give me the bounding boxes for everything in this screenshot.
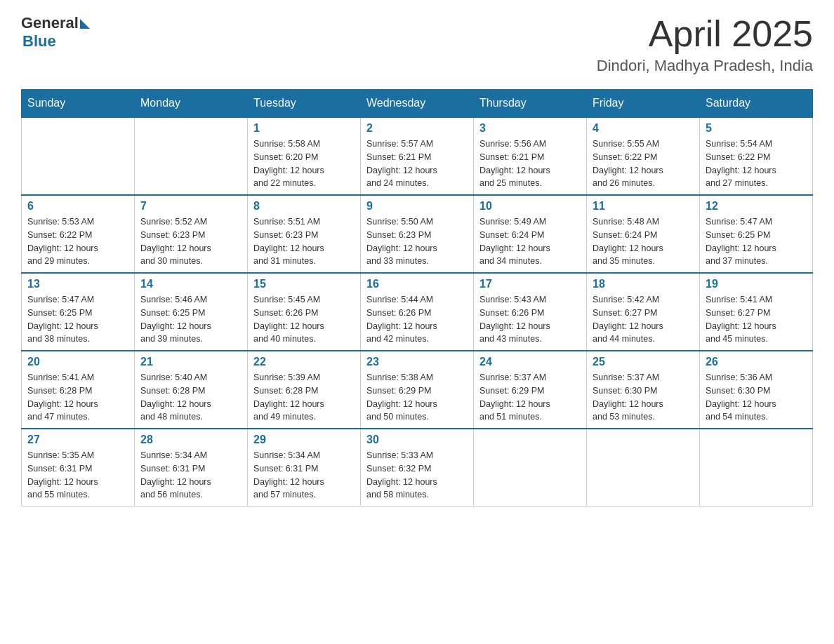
day-number: 30 [366,434,468,446]
day-info: Sunrise: 5:50 AM Sunset: 6:23 PM Dayligh… [366,215,468,268]
day-info: Sunrise: 5:34 AM Sunset: 6:31 PM Dayligh… [140,449,241,502]
day-info: Sunrise: 5:56 AM Sunset: 6:21 PM Dayligh… [479,137,581,190]
page-header: General Blue April 2025 Dindori, Madhya … [21,14,813,75]
title-section: April 2025 Dindori, Madhya Pradesh, Indi… [597,14,813,75]
weekday-header-sunday: Sunday [22,90,135,118]
logo-blue-text: Blue [22,32,56,50]
calendar-cell: 13Sunrise: 5:47 AM Sunset: 6:25 PM Dayli… [22,273,135,351]
calendar-cell: 20Sunrise: 5:41 AM Sunset: 6:28 PM Dayli… [22,351,135,429]
calendar-cell: 4Sunrise: 5:55 AM Sunset: 6:22 PM Daylig… [587,117,700,195]
calendar-cell: 3Sunrise: 5:56 AM Sunset: 6:21 PM Daylig… [474,117,587,195]
day-info: Sunrise: 5:47 AM Sunset: 6:25 PM Dayligh… [706,215,807,268]
day-number: 9 [366,200,468,213]
calendar-cell: 8Sunrise: 5:51 AM Sunset: 6:23 PM Daylig… [248,195,361,273]
calendar-cell: 16Sunrise: 5:44 AM Sunset: 6:26 PM Dayli… [361,273,474,351]
day-info: Sunrise: 5:45 AM Sunset: 6:26 PM Dayligh… [253,293,355,346]
day-info: Sunrise: 5:35 AM Sunset: 6:31 PM Dayligh… [27,449,128,502]
day-number: 6 [27,200,128,213]
calendar-cell: 6Sunrise: 5:53 AM Sunset: 6:22 PM Daylig… [22,195,135,273]
calendar-cell: 17Sunrise: 5:43 AM Sunset: 6:26 PM Dayli… [474,273,587,351]
calendar-cell: 24Sunrise: 5:37 AM Sunset: 6:29 PM Dayli… [474,351,587,429]
calendar-cell [700,429,813,507]
day-info: Sunrise: 5:44 AM Sunset: 6:26 PM Dayligh… [366,293,468,346]
calendar-cell: 19Sunrise: 5:41 AM Sunset: 6:27 PM Dayli… [700,273,813,351]
day-number: 25 [593,356,694,368]
weekday-header-saturday: Saturday [700,90,813,118]
day-info: Sunrise: 5:42 AM Sunset: 6:27 PM Dayligh… [593,293,694,346]
month-title: April 2025 [597,14,813,54]
day-info: Sunrise: 5:37 AM Sunset: 6:30 PM Dayligh… [593,371,694,424]
calendar-cell: 21Sunrise: 5:40 AM Sunset: 6:28 PM Dayli… [135,351,248,429]
day-info: Sunrise: 5:57 AM Sunset: 6:21 PM Dayligh… [366,137,468,190]
day-number: 23 [366,356,468,368]
day-info: Sunrise: 5:58 AM Sunset: 6:20 PM Dayligh… [253,137,355,190]
day-info: Sunrise: 5:37 AM Sunset: 6:29 PM Dayligh… [479,371,581,424]
week-row-2: 6Sunrise: 5:53 AM Sunset: 6:22 PM Daylig… [22,195,813,273]
day-info: Sunrise: 5:51 AM Sunset: 6:23 PM Dayligh… [253,215,355,268]
calendar-cell [22,117,135,195]
day-number: 16 [366,278,468,290]
weekday-header-thursday: Thursday [474,90,587,118]
day-info: Sunrise: 5:40 AM Sunset: 6:28 PM Dayligh… [140,371,241,424]
logo: General Blue [21,14,90,51]
calendar-cell: 9Sunrise: 5:50 AM Sunset: 6:23 PM Daylig… [361,195,474,273]
day-number: 13 [27,278,128,290]
day-number: 14 [140,278,241,290]
calendar-cell: 27Sunrise: 5:35 AM Sunset: 6:31 PM Dayli… [22,429,135,507]
calendar-cell: 30Sunrise: 5:33 AM Sunset: 6:32 PM Dayli… [361,429,474,507]
calendar-cell: 18Sunrise: 5:42 AM Sunset: 6:27 PM Dayli… [587,273,700,351]
week-row-3: 13Sunrise: 5:47 AM Sunset: 6:25 PM Dayli… [22,273,813,351]
day-info: Sunrise: 5:53 AM Sunset: 6:22 PM Dayligh… [27,215,128,268]
day-number: 24 [479,356,581,368]
logo-general-text: General [21,14,79,32]
calendar-cell: 14Sunrise: 5:46 AM Sunset: 6:25 PM Dayli… [135,273,248,351]
day-info: Sunrise: 5:55 AM Sunset: 6:22 PM Dayligh… [593,137,694,190]
day-info: Sunrise: 5:33 AM Sunset: 6:32 PM Dayligh… [366,449,468,502]
week-row-5: 27Sunrise: 5:35 AM Sunset: 6:31 PM Dayli… [22,429,813,507]
location-title: Dindori, Madhya Pradesh, India [597,57,813,75]
day-number: 10 [479,200,581,213]
day-info: Sunrise: 5:43 AM Sunset: 6:26 PM Dayligh… [479,293,581,346]
calendar-cell: 28Sunrise: 5:34 AM Sunset: 6:31 PM Dayli… [135,429,248,507]
calendar-cell: 10Sunrise: 5:49 AM Sunset: 6:24 PM Dayli… [474,195,587,273]
day-info: Sunrise: 5:36 AM Sunset: 6:30 PM Dayligh… [706,371,807,424]
calendar-cell: 23Sunrise: 5:38 AM Sunset: 6:29 PM Dayli… [361,351,474,429]
week-row-4: 20Sunrise: 5:41 AM Sunset: 6:28 PM Dayli… [22,351,813,429]
day-info: Sunrise: 5:39 AM Sunset: 6:28 PM Dayligh… [253,371,355,424]
day-number: 15 [253,278,355,290]
day-number: 19 [706,278,807,290]
weekday-header-wednesday: Wednesday [361,90,474,118]
calendar-cell: 7Sunrise: 5:52 AM Sunset: 6:23 PM Daylig… [135,195,248,273]
logo-triangle-icon [80,19,90,29]
day-number: 21 [140,356,241,368]
calendar-cell [135,117,248,195]
day-number: 22 [253,356,355,368]
day-info: Sunrise: 5:54 AM Sunset: 6:22 PM Dayligh… [706,137,807,190]
day-number: 5 [706,122,807,135]
week-row-1: 1Sunrise: 5:58 AM Sunset: 6:20 PM Daylig… [22,117,813,195]
day-number: 8 [253,200,355,213]
day-info: Sunrise: 5:38 AM Sunset: 6:29 PM Dayligh… [366,371,468,424]
day-number: 20 [27,356,128,368]
day-number: 7 [140,200,241,213]
calendar-cell: 15Sunrise: 5:45 AM Sunset: 6:26 PM Dayli… [248,273,361,351]
day-number: 26 [706,356,807,368]
calendar-cell [587,429,700,507]
calendar-cell [474,429,587,507]
weekday-header-monday: Monday [135,90,248,118]
calendar-cell: 26Sunrise: 5:36 AM Sunset: 6:30 PM Dayli… [700,351,813,429]
day-info: Sunrise: 5:52 AM Sunset: 6:23 PM Dayligh… [140,215,241,268]
day-number: 3 [479,122,581,135]
day-number: 11 [593,200,694,213]
calendar-cell: 29Sunrise: 5:34 AM Sunset: 6:31 PM Dayli… [248,429,361,507]
day-number: 28 [140,434,241,446]
day-number: 1 [253,122,355,135]
day-info: Sunrise: 5:41 AM Sunset: 6:27 PM Dayligh… [706,293,807,346]
calendar-cell: 2Sunrise: 5:57 AM Sunset: 6:21 PM Daylig… [361,117,474,195]
day-info: Sunrise: 5:41 AM Sunset: 6:28 PM Dayligh… [27,371,128,424]
calendar-cell: 25Sunrise: 5:37 AM Sunset: 6:30 PM Dayli… [587,351,700,429]
calendar-cell: 22Sunrise: 5:39 AM Sunset: 6:28 PM Dayli… [248,351,361,429]
day-number: 27 [27,434,128,446]
day-number: 17 [479,278,581,290]
day-info: Sunrise: 5:47 AM Sunset: 6:25 PM Dayligh… [27,293,128,346]
